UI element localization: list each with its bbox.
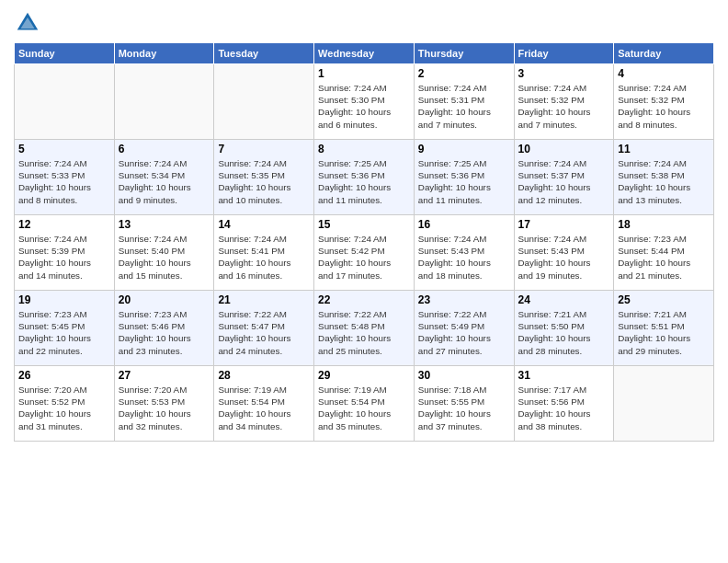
day-number: 5: [18, 143, 110, 155]
day-number: 2: [418, 67, 510, 80]
calendar-cell: 14Sunrise: 7:24 AM Sunset: 5:41 PM Dayli…: [214, 215, 314, 291]
day-number: 31: [518, 369, 610, 382]
day-info: Sunrise: 7:25 AM Sunset: 5:36 PM Dayligh…: [318, 157, 410, 206]
day-number: 28: [218, 369, 310, 382]
day-info: Sunrise: 7:20 AM Sunset: 5:52 PM Dayligh…: [18, 384, 110, 432]
calendar-cell: 18Sunrise: 7:23 AM Sunset: 5:44 PM Dayli…: [614, 215, 714, 291]
day-number: 16: [418, 218, 510, 231]
header-cell-sunday: Sunday: [15, 43, 115, 64]
calendar-cell: 24Sunrise: 7:21 AM Sunset: 5:50 PM Dayli…: [514, 291, 614, 366]
day-info: Sunrise: 7:22 AM Sunset: 5:48 PM Dayligh…: [318, 308, 410, 357]
header-cell-monday: Monday: [114, 43, 214, 64]
logo: [14, 9, 45, 37]
calendar-cell: 4Sunrise: 7:24 AM Sunset: 5:32 PM Daylig…: [614, 64, 714, 140]
calendar-cell: 1Sunrise: 7:24 AM Sunset: 5:30 PM Daylig…: [314, 64, 415, 140]
day-info: Sunrise: 7:24 AM Sunset: 5:38 PM Dayligh…: [618, 157, 710, 206]
page-header: [14, 9, 714, 37]
calendar-body: 1Sunrise: 7:24 AM Sunset: 5:30 PM Daylig…: [15, 64, 714, 442]
calendar-cell: 28Sunrise: 7:19 AM Sunset: 5:54 PM Dayli…: [214, 366, 314, 442]
day-number: 4: [618, 67, 710, 80]
day-number: 3: [518, 67, 610, 80]
day-info: Sunrise: 7:24 AM Sunset: 5:39 PM Dayligh…: [18, 233, 110, 282]
day-number: 27: [119, 369, 210, 382]
week-row-4: 26Sunrise: 7:20 AM Sunset: 5:52 PM Dayli…: [15, 366, 714, 442]
week-row-0: 1Sunrise: 7:24 AM Sunset: 5:30 PM Daylig…: [15, 64, 714, 140]
calendar-cell: 9Sunrise: 7:25 AM Sunset: 5:36 PM Daylig…: [414, 140, 514, 215]
day-info: Sunrise: 7:24 AM Sunset: 5:42 PM Dayligh…: [318, 233, 410, 282]
calendar-cell: 6Sunrise: 7:24 AM Sunset: 5:34 PM Daylig…: [114, 140, 214, 215]
day-info: Sunrise: 7:24 AM Sunset: 5:43 PM Dayligh…: [518, 233, 610, 282]
calendar-cell: 19Sunrise: 7:23 AM Sunset: 5:45 PM Dayli…: [15, 291, 115, 366]
calendar-cell: [15, 64, 115, 140]
logo-icon: [14, 9, 41, 37]
day-number: 26: [18, 369, 110, 382]
calendar-cell: 8Sunrise: 7:25 AM Sunset: 5:36 PM Daylig…: [314, 140, 415, 215]
calendar-cell: [614, 366, 714, 442]
calendar-cell: 30Sunrise: 7:18 AM Sunset: 5:55 PM Dayli…: [414, 366, 514, 442]
day-info: Sunrise: 7:24 AM Sunset: 5:40 PM Dayligh…: [119, 233, 210, 282]
day-info: Sunrise: 7:24 AM Sunset: 5:43 PM Dayligh…: [418, 233, 510, 282]
calendar-cell: 7Sunrise: 7:24 AM Sunset: 5:35 PM Daylig…: [214, 140, 314, 215]
day-info: Sunrise: 7:23 AM Sunset: 5:45 PM Dayligh…: [18, 308, 110, 357]
day-info: Sunrise: 7:19 AM Sunset: 5:54 PM Dayligh…: [218, 384, 310, 432]
calendar-cell: 20Sunrise: 7:23 AM Sunset: 5:46 PM Dayli…: [114, 291, 214, 366]
day-number: 8: [318, 143, 410, 155]
day-info: Sunrise: 7:17 AM Sunset: 5:56 PM Dayligh…: [518, 384, 610, 432]
calendar-cell: 25Sunrise: 7:21 AM Sunset: 5:51 PM Dayli…: [614, 291, 714, 366]
day-number: 20: [119, 293, 210, 306]
day-number: 9: [418, 143, 510, 155]
calendar-cell: 21Sunrise: 7:22 AM Sunset: 5:47 PM Dayli…: [214, 291, 314, 366]
header-cell-wednesday: Wednesday: [314, 43, 415, 64]
calendar-cell: 16Sunrise: 7:24 AM Sunset: 5:43 PM Dayli…: [414, 215, 514, 291]
day-number: 24: [518, 293, 610, 306]
day-number: 10: [518, 143, 610, 155]
calendar: SundayMondayTuesdayWednesdayThursdayFrid…: [14, 42, 714, 442]
day-info: Sunrise: 7:21 AM Sunset: 5:51 PM Dayligh…: [618, 308, 710, 357]
day-number: 25: [618, 293, 710, 306]
calendar-cell: 31Sunrise: 7:17 AM Sunset: 5:56 PM Dayli…: [514, 366, 614, 442]
day-number: 15: [318, 218, 410, 231]
day-info: Sunrise: 7:22 AM Sunset: 5:47 PM Dayligh…: [218, 308, 310, 357]
calendar-cell: 11Sunrise: 7:24 AM Sunset: 5:38 PM Dayli…: [614, 140, 714, 215]
calendar-cell: 5Sunrise: 7:24 AM Sunset: 5:33 PM Daylig…: [15, 140, 115, 215]
day-number: 17: [518, 218, 610, 231]
calendar-cell: 29Sunrise: 7:19 AM Sunset: 5:54 PM Dayli…: [314, 366, 415, 442]
day-number: 19: [18, 293, 110, 306]
day-number: 13: [119, 218, 210, 231]
calendar-cell: [114, 64, 214, 140]
day-info: Sunrise: 7:24 AM Sunset: 5:31 PM Dayligh…: [418, 82, 510, 131]
day-info: Sunrise: 7:23 AM Sunset: 5:44 PM Dayligh…: [618, 233, 710, 282]
day-number: 11: [618, 143, 710, 155]
calendar-cell: [214, 64, 314, 140]
day-info: Sunrise: 7:24 AM Sunset: 5:34 PM Dayligh…: [119, 157, 210, 206]
calendar-cell: 23Sunrise: 7:22 AM Sunset: 5:49 PM Dayli…: [414, 291, 514, 366]
day-number: 6: [119, 143, 210, 155]
day-info: Sunrise: 7:24 AM Sunset: 5:32 PM Dayligh…: [518, 82, 610, 131]
day-number: 12: [18, 218, 110, 231]
calendar-cell: 15Sunrise: 7:24 AM Sunset: 5:42 PM Dayli…: [314, 215, 415, 291]
header-cell-thursday: Thursday: [414, 43, 514, 64]
day-info: Sunrise: 7:20 AM Sunset: 5:53 PM Dayligh…: [119, 384, 210, 432]
day-number: 1: [318, 67, 410, 80]
day-number: 18: [618, 218, 710, 231]
day-info: Sunrise: 7:21 AM Sunset: 5:50 PM Dayligh…: [518, 308, 610, 357]
day-info: Sunrise: 7:24 AM Sunset: 5:33 PM Dayligh…: [18, 157, 110, 206]
day-number: 21: [218, 293, 310, 306]
day-info: Sunrise: 7:19 AM Sunset: 5:54 PM Dayligh…: [318, 384, 410, 432]
calendar-cell: 26Sunrise: 7:20 AM Sunset: 5:52 PM Dayli…: [15, 366, 115, 442]
week-row-2: 12Sunrise: 7:24 AM Sunset: 5:39 PM Dayli…: [15, 215, 714, 291]
calendar-cell: 3Sunrise: 7:24 AM Sunset: 5:32 PM Daylig…: [514, 64, 614, 140]
calendar-header: SundayMondayTuesdayWednesdayThursdayFrid…: [15, 43, 714, 64]
day-info: Sunrise: 7:24 AM Sunset: 5:35 PM Dayligh…: [218, 157, 310, 206]
day-info: Sunrise: 7:24 AM Sunset: 5:32 PM Dayligh…: [618, 82, 710, 131]
day-info: Sunrise: 7:18 AM Sunset: 5:55 PM Dayligh…: [418, 384, 510, 432]
day-number: 14: [218, 218, 310, 231]
day-info: Sunrise: 7:25 AM Sunset: 5:36 PM Dayligh…: [418, 157, 510, 206]
day-number: 22: [318, 293, 410, 306]
day-info: Sunrise: 7:24 AM Sunset: 5:30 PM Dayligh…: [318, 82, 410, 131]
day-number: 29: [318, 369, 410, 382]
calendar-cell: 17Sunrise: 7:24 AM Sunset: 5:43 PM Dayli…: [514, 215, 614, 291]
day-info: Sunrise: 7:22 AM Sunset: 5:49 PM Dayligh…: [418, 308, 510, 357]
day-number: 7: [218, 143, 310, 155]
week-row-3: 19Sunrise: 7:23 AM Sunset: 5:45 PM Dayli…: [15, 291, 714, 366]
